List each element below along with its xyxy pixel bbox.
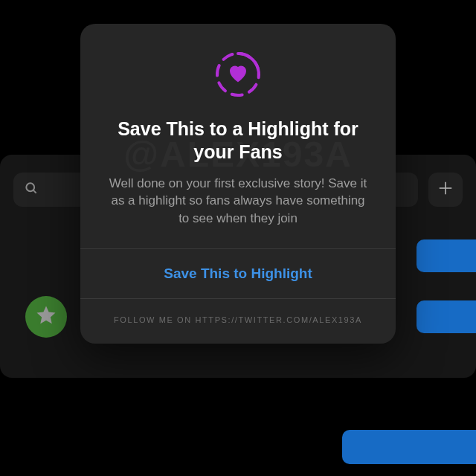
modal-footer-link[interactable]: FOLLOW ME ON HTTPS://TWITTER.COM/ALEX193… (80, 298, 396, 344)
background-button-1[interactable] (416, 239, 476, 272)
heart-ring-icon (211, 48, 265, 104)
highlight-modal: @ALEX193A Save This to a Highlight for y… (80, 24, 396, 344)
save-to-highlight-button[interactable]: Save This to Highlight (80, 248, 396, 298)
svg-line-1 (33, 190, 36, 193)
star-icon (35, 304, 57, 329)
background-button-3[interactable] (342, 430, 476, 464)
star-badge[interactable] (25, 296, 67, 338)
search-icon (24, 181, 39, 199)
modal-icon-wrap (101, 48, 375, 104)
modal-body: @ALEX193A Save This to a Highlight for y… (80, 24, 396, 248)
svg-point-0 (26, 183, 34, 191)
plus-icon (437, 178, 454, 202)
modal-title: Save This to a Highlight for your Fans (101, 118, 375, 164)
add-button[interactable] (428, 173, 463, 207)
modal-description: Well done on your first exclusive story!… (101, 175, 375, 228)
background-button-2[interactable] (416, 300, 476, 333)
